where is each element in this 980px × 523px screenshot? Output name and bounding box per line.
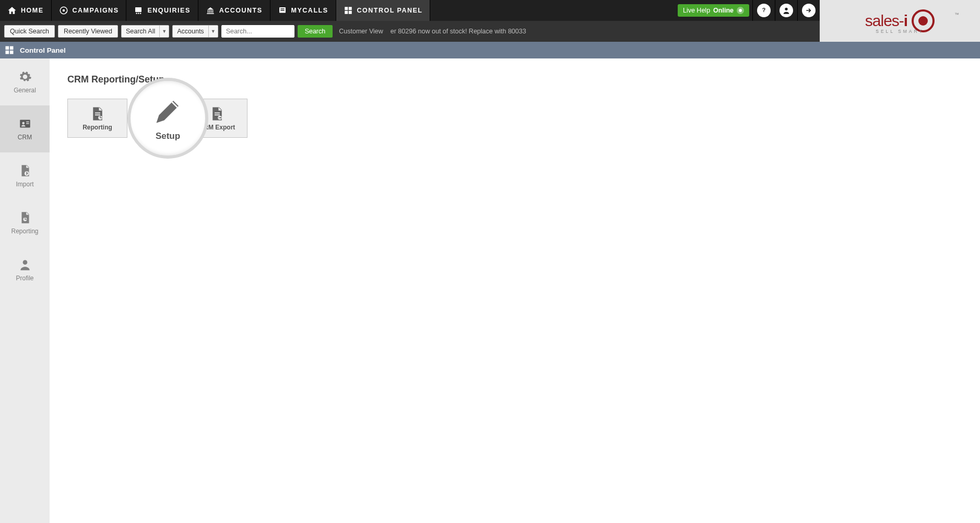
profile-icon xyxy=(18,258,32,271)
svg-point-2 xyxy=(65,12,66,13)
sidebar-item-label: CRM xyxy=(18,134,32,141)
svg-rect-28 xyxy=(26,123,29,124)
svg-point-1 xyxy=(62,9,65,12)
svg-rect-15 xyxy=(345,7,348,10)
svg-rect-21 xyxy=(6,46,9,50)
content-area: CRM Reporting/Setup Reporting CRM Export… xyxy=(50,58,980,523)
enquiry-icon xyxy=(134,6,143,15)
logo-tm: ™ xyxy=(954,12,959,17)
svg-point-20 xyxy=(785,8,787,10)
home-icon xyxy=(7,6,17,15)
svg-rect-9 xyxy=(210,10,211,13)
svg-rect-32 xyxy=(95,112,100,113)
tile-label: Reporting xyxy=(82,124,112,131)
select-label: Accounts xyxy=(173,28,208,35)
search-button[interactable]: Search xyxy=(298,25,333,38)
user-button[interactable] xyxy=(775,0,797,21)
user-icon xyxy=(782,6,790,15)
svg-rect-13 xyxy=(280,8,285,9)
svg-rect-10 xyxy=(212,10,213,13)
sidebar-item-profile[interactable]: Profile xyxy=(0,246,50,293)
search-input-wrap xyxy=(221,25,294,38)
page-heading: CRM Reporting/Setup xyxy=(67,74,962,85)
nav-accounts[interactable]: ACCOUNTS xyxy=(198,0,270,21)
search-toolbar: Quick Search Recently Viewed Search All … xyxy=(0,21,820,42)
search-input[interactable] xyxy=(226,28,290,35)
svg-rect-4 xyxy=(136,13,137,14)
nav-label: ENQUIRIES xyxy=(147,7,190,14)
mycalls-icon xyxy=(278,6,287,15)
nav-campaigns[interactable]: CAMPAIGNS xyxy=(52,0,127,21)
live-help-button[interactable]: Live Help Online xyxy=(678,4,749,17)
sidebar-item-label: Reporting xyxy=(11,228,38,235)
nav-mycalls[interactable]: MYCALLS xyxy=(270,0,336,21)
quick-search-button[interactable]: Quick Search xyxy=(4,25,55,38)
svg-rect-17 xyxy=(345,11,348,14)
live-help-state: Online xyxy=(713,7,734,14)
svg-rect-6 xyxy=(140,13,141,14)
svg-rect-24 xyxy=(10,51,14,54)
nav-home[interactable]: HOME xyxy=(0,0,52,21)
search-scope-select[interactable]: Search All ▼ xyxy=(121,25,169,38)
logout-button[interactable] xyxy=(797,0,820,21)
brand-logo: sales-i SELL SMART ™ xyxy=(820,0,980,42)
side-nav: General CRM Import Reporting Profile xyxy=(0,58,50,523)
search-entity-select[interactable]: Accounts ▼ xyxy=(172,25,218,38)
nav-control-panel[interactable]: CONTROL PANEL xyxy=(336,0,431,21)
svg-rect-36 xyxy=(215,114,220,115)
page-title: Control Panel xyxy=(20,46,66,54)
control-panel-icon xyxy=(344,6,353,15)
pencil-icon xyxy=(152,96,184,127)
svg-rect-33 xyxy=(95,114,100,115)
svg-rect-7 xyxy=(207,10,208,13)
sidebar-item-crm[interactable]: CRM xyxy=(0,105,50,152)
svg-rect-18 xyxy=(348,11,351,14)
accounts-icon xyxy=(206,6,215,15)
import-icon xyxy=(18,164,32,177)
chevron-down-icon: ▼ xyxy=(208,26,218,37)
nav-label: MYCALLS xyxy=(291,7,328,14)
sidebar-item-label: General xyxy=(14,87,36,94)
logo-brand-a: sales- xyxy=(865,12,904,29)
logout-arrow-icon xyxy=(805,6,813,15)
ticker-text: er 80296 now out of stock! Replace with … xyxy=(391,28,526,35)
campaign-icon xyxy=(59,6,68,15)
svg-rect-35 xyxy=(215,112,220,113)
svg-rect-5 xyxy=(138,13,139,14)
tile-label: Setup xyxy=(156,131,180,141)
nav-label: CAMPAIGNS xyxy=(73,7,119,14)
logo-brand-b: i xyxy=(904,12,907,29)
sidebar-item-reporting[interactable]: Reporting xyxy=(0,199,50,246)
help-icon: ? xyxy=(760,6,768,15)
logo-tagline: SELL SMART xyxy=(876,29,924,34)
topnav-right-icons: ? xyxy=(752,0,820,21)
svg-rect-16 xyxy=(348,7,351,10)
svg-rect-14 xyxy=(280,10,285,11)
tile-setup[interactable]: Setup xyxy=(127,78,208,159)
recently-viewed-button[interactable]: Recently Viewed xyxy=(58,25,118,38)
tile-reporting[interactable]: Reporting xyxy=(67,99,127,138)
help-button[interactable]: ? xyxy=(752,0,775,21)
nav-label: CONTROL PANEL xyxy=(357,7,423,14)
svg-rect-8 xyxy=(209,10,210,13)
top-nav: HOME CAMPAIGNS ENQUIRIES ACCOUNTS MYCALL… xyxy=(0,0,820,21)
crm-icon xyxy=(18,117,32,130)
control-panel-icon xyxy=(4,45,15,55)
sidebar-item-import[interactable]: Import xyxy=(0,152,50,199)
svg-rect-23 xyxy=(6,51,9,54)
svg-rect-27 xyxy=(26,122,29,123)
online-indicator-icon xyxy=(737,7,744,14)
sidebar-item-general[interactable]: General xyxy=(0,58,50,105)
chevron-down-icon: ▼ xyxy=(159,26,169,37)
svg-rect-22 xyxy=(10,46,14,50)
report-doc-icon xyxy=(90,106,105,122)
svg-point-26 xyxy=(22,122,25,125)
svg-rect-3 xyxy=(135,7,141,12)
nav-enquiries[interactable]: ENQUIRIES xyxy=(126,0,198,21)
page-title-bar: Control Panel xyxy=(0,42,980,58)
svg-rect-11 xyxy=(207,13,214,14)
live-help-pre: Live Help xyxy=(683,7,710,14)
report-icon xyxy=(18,211,32,224)
customer-view-label: Customer View xyxy=(339,28,383,35)
select-label: Search All xyxy=(122,28,159,35)
